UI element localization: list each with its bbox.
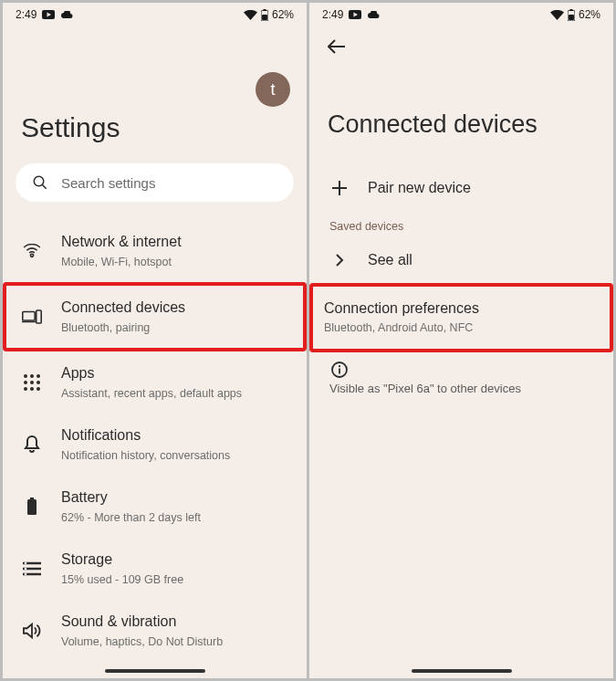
item-title: Network & internet	[61, 233, 288, 252]
nav-handle[interactable]	[412, 669, 512, 673]
svg-point-25	[25, 573, 27, 576]
item-title: Battery	[61, 488, 288, 508]
svg-point-9	[24, 374, 27, 378]
cloud-icon	[60, 11, 73, 19]
bell-icon	[24, 435, 40, 454]
settings-item-apps[interactable]: Apps Assistant, recent apps, default app…	[10, 351, 299, 414]
back-button[interactable]	[317, 23, 606, 54]
item-sub: 15% used - 109 GB free	[61, 572, 288, 587]
svg-point-12	[24, 381, 27, 384]
status-battery: 62%	[579, 8, 600, 21]
svg-point-16	[30, 387, 34, 391]
item-sub: Bluetooth, pairing	[61, 320, 288, 335]
settings-item-notifications[interactable]: Notifications Notification history, conv…	[10, 414, 299, 476]
avatar[interactable]: t	[256, 72, 290, 107]
status-bar: 2:49 62%	[309, 3, 613, 23]
item-sub: Bluetooth, Android Auto, NFC	[324, 320, 595, 335]
battery-icon	[26, 498, 37, 516]
arrow-left-icon	[328, 39, 346, 54]
search-icon	[32, 174, 48, 191]
wifi-icon	[23, 244, 41, 258]
svg-rect-3	[262, 15, 267, 20]
settings-item-sound[interactable]: Sound & vibration Volume, haptics, Do No…	[10, 600, 299, 662]
svg-point-14	[37, 381, 40, 384]
wifi-icon	[550, 10, 564, 20]
chevron-right-icon	[335, 254, 344, 267]
nav-handle[interactable]	[105, 669, 205, 673]
cloud-icon	[367, 11, 380, 19]
svg-rect-6	[23, 312, 35, 320]
item-title: Connection preferences	[324, 299, 595, 319]
youtube-icon	[349, 10, 361, 19]
item-title: Apps	[61, 364, 288, 383]
search-input[interactable]	[61, 175, 277, 191]
plus-icon	[332, 181, 347, 195]
info-text: Visible as "Pixel 6a" to other devices	[317, 382, 606, 404]
search-bar[interactable]	[16, 163, 294, 202]
svg-point-31	[339, 365, 340, 367]
settings-item-battery[interactable]: Battery 62% - More than 2 days left	[10, 476, 299, 538]
svg-rect-7	[37, 310, 42, 323]
item-sub: Notification history, conversations	[61, 448, 288, 463]
connection-preferences[interactable]: Connection preferences Bluetooth, Androi…	[309, 283, 613, 352]
status-battery: 62%	[272, 8, 294, 21]
storage-icon	[23, 561, 41, 576]
svg-rect-32	[339, 368, 340, 373]
item-title: See all	[368, 251, 412, 270]
item-title: Sound & vibration	[61, 613, 288, 632]
svg-line-5	[42, 184, 47, 189]
svg-rect-29	[569, 15, 574, 20]
item-sub: 62% - More than 2 days left	[61, 510, 288, 525]
devices-icon	[22, 309, 42, 324]
settings-item-network[interactable]: Network & internet Mobile, Wi-Fi, hotspo…	[10, 220, 299, 282]
svg-point-13	[30, 381, 34, 384]
connected-devices-screen: 2:49 62% Connected devices Pair new devi…	[309, 3, 613, 678]
svg-point-23	[25, 562, 27, 565]
item-sub: Volume, haptics, Do Not Disturb	[61, 634, 288, 649]
item-title: Storage	[61, 550, 288, 570]
settings-screen: 2:49 62% t Settings Network & internet	[3, 3, 307, 678]
item-sub: Mobile, Wi-Fi, hotspot	[61, 255, 288, 269]
see-all[interactable]: See all	[317, 238, 606, 283]
sound-icon	[23, 623, 41, 639]
pair-new-device[interactable]: Pair new device	[317, 166, 606, 211]
status-time: 2:49	[16, 8, 37, 21]
battery-icon	[261, 9, 268, 21]
svg-point-17	[37, 387, 40, 391]
svg-rect-19	[27, 499, 37, 515]
youtube-icon	[42, 10, 55, 19]
item-title: Notifications	[61, 426, 288, 445]
visibility-info	[317, 352, 606, 382]
info-icon	[331, 361, 348, 378]
item-sub: Assistant, recent apps, default apps	[61, 386, 288, 401]
settings-item-connected-devices[interactable]: Connected devices Bluetooth, pairing	[3, 282, 307, 351]
svg-point-10	[30, 374, 34, 378]
item-title: Connected devices	[61, 299, 288, 318]
svg-point-11	[37, 374, 40, 378]
svg-point-24	[25, 568, 27, 571]
svg-point-15	[24, 387, 27, 391]
settings-item-storage[interactable]: Storage 15% used - 109 GB free	[10, 538, 299, 600]
item-title: Pair new device	[368, 179, 471, 198]
status-bar: 2:49 62%	[3, 3, 307, 23]
wifi-icon	[244, 10, 257, 20]
apps-icon	[24, 374, 40, 391]
status-time: 2:49	[322, 8, 343, 21]
saved-devices-label: Saved devices	[317, 211, 606, 238]
svg-rect-18	[30, 498, 34, 499]
svg-point-4	[34, 176, 44, 186]
battery-icon	[568, 9, 575, 21]
page-title: Connected devices	[317, 54, 606, 166]
